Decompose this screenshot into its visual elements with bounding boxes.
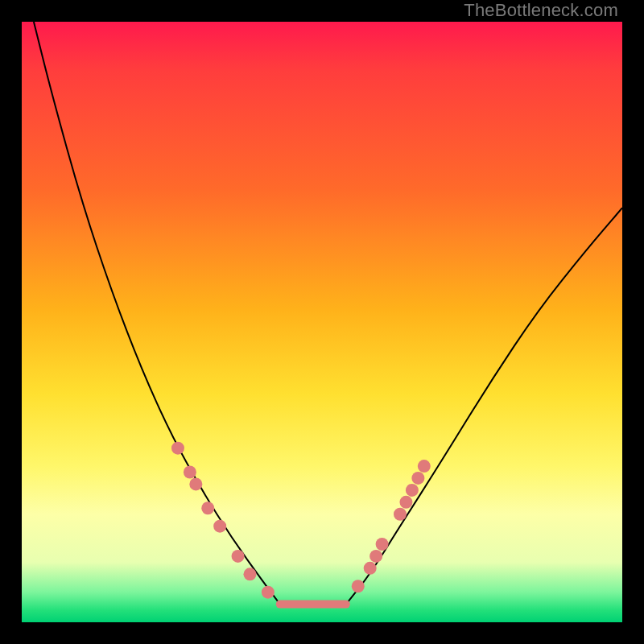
watermark-text: TheBottleneck.com (464, 0, 618, 21)
marker-dot (232, 550, 245, 563)
marker-dot (418, 460, 431, 473)
marker-dot (213, 520, 226, 533)
chart-area (22, 22, 622, 622)
marker-dot (411, 472, 424, 485)
marker-dot (262, 586, 275, 599)
marker-dot (171, 442, 184, 455)
marker-dot (364, 562, 377, 575)
marker-dot (189, 477, 202, 490)
marker-dot (369, 550, 382, 563)
marker-dot (376, 538, 389, 551)
chart-svg (22, 22, 622, 622)
marker-dot (201, 502, 214, 514)
marker-dot (406, 484, 419, 497)
marker-dot (394, 508, 407, 521)
marker-group-right (352, 460, 431, 592)
marker-dot (399, 496, 412, 509)
marker-dot (352, 580, 365, 592)
curve-left (34, 22, 280, 605)
marker-dot (243, 568, 256, 580)
marker-dot (184, 466, 196, 479)
